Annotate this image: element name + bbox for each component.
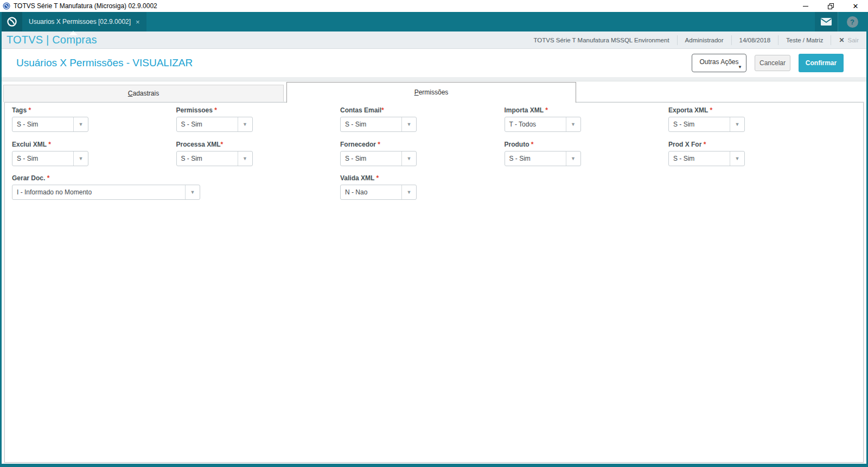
- minimize-icon: [803, 6, 808, 7]
- processa-xml-select[interactable]: S - Sim ▼: [176, 151, 253, 166]
- workspace-tab[interactable]: Usuarios X Permissoes [02.9.0002] ×: [22, 12, 146, 31]
- window-controls: ✕: [793, 0, 868, 12]
- workspace-bar: Usuarios X Permissoes [02.9.0002] × ?: [2, 12, 866, 31]
- app-logo-icon: [3, 2, 10, 10]
- form-field: Fornecedor * S - Sim ▼: [340, 141, 417, 166]
- chevron-down-icon[interactable]: ▼: [730, 117, 744, 131]
- module-header: TOTVS | Compras TOTVS Série T Manufatura…: [2, 31, 866, 49]
- selected-value: I - Informado no Momento: [12, 188, 185, 196]
- tags-select[interactable]: S - Sim ▼: [12, 117, 88, 132]
- permissoes-select[interactable]: S - Sim ▼: [176, 117, 253, 132]
- logout-x-icon: ✕: [839, 36, 844, 44]
- mail-button[interactable]: [815, 12, 838, 31]
- chevron-down-icon: ▼: [738, 65, 742, 70]
- required-asterisk: *: [376, 174, 379, 182]
- logout-button[interactable]: ✕ Sair: [831, 35, 866, 45]
- module-brand: TOTVS | Compras: [7, 34, 97, 46]
- selected-value: S - Sim: [341, 121, 401, 128]
- active-tab-notch: [69, 31, 78, 35]
- selected-value: S - Sim: [669, 155, 730, 162]
- field-label: Prod X For *: [668, 141, 745, 148]
- required-asterisk: *: [48, 141, 51, 148]
- exporta-xml-select[interactable]: S - Sim ▼: [668, 117, 745, 132]
- form-field: Contas Email* S - Sim ▼: [340, 106, 417, 132]
- form-field: Exporta XML * S - Sim ▼: [668, 106, 745, 132]
- close-icon: ✕: [853, 3, 859, 10]
- form-field: Tags * S - Sim ▼: [12, 106, 88, 132]
- chevron-down-icon[interactable]: ▼: [185, 185, 200, 199]
- prod-x-for-select[interactable]: S - Sim ▼: [668, 151, 745, 166]
- fornecedor-select[interactable]: S - Sim ▼: [340, 151, 417, 166]
- field-label: Fornecedor *: [340, 141, 417, 148]
- restore-icon: [828, 3, 834, 9]
- field-label: Importa XML *: [505, 106, 581, 114]
- window-title: TOTVS Série T Manufatura (Microsiga) 02.…: [14, 2, 157, 10]
- form-field: Importa XML * T - Todos ▼: [505, 106, 581, 132]
- field-label: Valida XML *: [340, 174, 417, 182]
- required-asterisk: *: [704, 141, 706, 148]
- mail-icon: [821, 18, 832, 26]
- required-asterisk: *: [221, 141, 224, 148]
- valida-xml-select[interactable]: N - Nao ▼: [340, 185, 417, 200]
- chevron-down-icon[interactable]: ▼: [401, 117, 416, 131]
- os-titlebar: TOTVS Série T Manufatura (Microsiga) 02.…: [0, 0, 868, 12]
- field-label: Contas Email*: [340, 106, 417, 114]
- restore-button[interactable]: [818, 0, 843, 12]
- help-icon: ?: [847, 16, 858, 28]
- importa-xml-select[interactable]: T - Todos ▼: [505, 117, 581, 132]
- divider: [2, 77, 866, 81]
- field-label: Produto *: [505, 141, 581, 148]
- other-actions-button[interactable]: Outras Ações ▼: [692, 54, 746, 72]
- close-button[interactable]: ✕: [843, 0, 868, 12]
- workspace-tab-close-icon[interactable]: ×: [136, 18, 140, 26]
- chevron-down-icon[interactable]: ▼: [401, 152, 416, 166]
- selected-value: T - Todos: [505, 121, 566, 128]
- selected-value: S - Sim: [341, 155, 401, 162]
- field-label: Processa XML*: [176, 141, 253, 148]
- exclui-xml-select[interactable]: S - Sim ▼: [12, 151, 88, 166]
- selected-value: S - Sim: [177, 121, 238, 128]
- chevron-down-icon[interactable]: ▼: [238, 152, 252, 166]
- produto-select[interactable]: S - Sim ▼: [505, 151, 581, 166]
- chevron-down-icon[interactable]: ▼: [238, 117, 252, 131]
- required-asterisk: *: [545, 106, 548, 114]
- environment-label: TOTVS Série T Manufatura MSSQL Environme…: [526, 35, 676, 45]
- form-field: Valida XML * N - Nao ▼: [340, 174, 417, 200]
- selected-value: S - Sim: [505, 155, 566, 162]
- other-actions-label: Outras Ações: [699, 58, 738, 66]
- cancel-button[interactable]: Cancelar: [755, 55, 790, 71]
- user-label: Administrador: [677, 35, 731, 45]
- gerar-doc-select[interactable]: I - Informado no Momento ▼: [12, 185, 200, 200]
- form-panel: Tags * S - Sim ▼ Permissoes * S - Sim ▼ …: [4, 102, 864, 463]
- chevron-down-icon[interactable]: ▼: [73, 152, 88, 166]
- chevron-down-icon[interactable]: ▼: [401, 185, 416, 199]
- chevron-down-icon[interactable]: ▼: [566, 117, 580, 131]
- tab-cadastrais[interactable]: Cadastrais: [3, 85, 284, 102]
- help-button[interactable]: ?: [838, 12, 866, 31]
- form-field: Gerar Doc. * I - Informado no Momento ▼: [12, 174, 200, 200]
- chevron-down-icon[interactable]: ▼: [730, 152, 744, 166]
- field-label: Exporta XML *: [668, 106, 745, 114]
- required-asterisk: *: [47, 174, 50, 182]
- field-label: Permissoes *: [176, 106, 253, 114]
- branch-label: Teste / Matriz: [778, 35, 831, 45]
- contas-email-select[interactable]: S - Sim ▼: [340, 117, 417, 132]
- chevron-down-icon[interactable]: ▼: [566, 152, 580, 166]
- required-asterisk: *: [28, 106, 31, 114]
- tab-permissoes[interactable]: Permissões: [286, 82, 576, 103]
- required-asterisk: *: [710, 106, 712, 114]
- selected-value: S - Sim: [12, 155, 73, 162]
- date-label: 14/08/2018: [731, 35, 778, 45]
- selected-value: S - Sim: [669, 121, 730, 128]
- chevron-down-icon[interactable]: ▼: [73, 117, 88, 131]
- minimize-button[interactable]: [793, 0, 818, 12]
- required-asterisk: *: [214, 106, 217, 114]
- form-field: Exclui XML * S - Sim ▼: [12, 141, 88, 166]
- logout-label: Sair: [848, 37, 859, 43]
- field-label: Tags *: [12, 106, 88, 114]
- field-label: Gerar Doc. *: [12, 174, 200, 182]
- confirm-button[interactable]: Confirmar: [799, 54, 844, 72]
- page-title: Usuários X Permissões - VISUALIZAR: [16, 57, 193, 69]
- selected-value: S - Sim: [12, 121, 73, 128]
- form-field: Processa XML* S - Sim ▼: [176, 141, 253, 166]
